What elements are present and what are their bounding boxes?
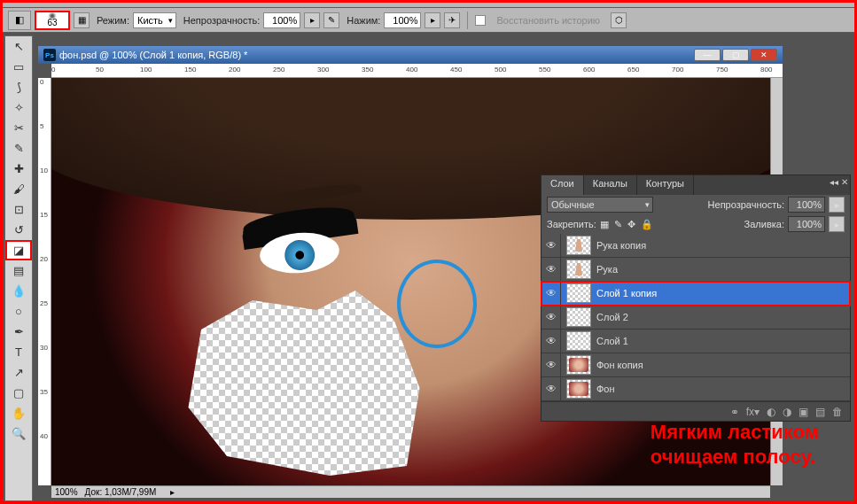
layer-thumbnail[interactable] [566,283,591,303]
close-button[interactable]: ✕ [751,49,777,61]
mode-select[interactable]: Кисть [133,12,176,28]
lock-transparent-icon[interactable]: ▦ [600,219,609,230]
pressure-size-icon[interactable]: ⬡ [611,12,627,28]
gradient-tool[interactable]: ▤ [5,260,32,281]
opacity-flyout-icon[interactable]: ▸ [304,12,320,28]
restore-history-checkbox[interactable] [475,15,486,26]
layer-visibility-icon[interactable]: 👁 [541,258,561,281]
layer-visibility-icon[interactable]: 👁 [541,330,561,353]
minimize-button[interactable]: — [694,49,721,61]
layer-row[interactable]: 👁 Слой 2 [541,306,850,330]
ruler-mark: 25 [40,299,48,307]
lock-all-icon[interactable]: 🔒 [641,219,653,230]
marquee-tool[interactable]: ▭ [5,57,32,77]
opacity-input[interactable]: 100% [263,12,300,28]
layer-visibility-icon[interactable]: 👁 [541,377,561,400]
layer-group-icon[interactable]: ▣ [799,406,808,418]
eraser-tool-icon[interactable]: ◧ [8,11,31,30]
move-tool[interactable]: ↖ [5,36,32,57]
layer-opacity-input[interactable]: 100% [788,197,825,213]
ruler-mark: 5 [40,122,43,130]
path-tool[interactable]: ↗ [5,362,32,383]
tab-layers[interactable]: Слои [541,175,584,195]
layer-mask-icon[interactable]: ◐ [767,406,775,418]
ruler-mark: 200 [229,66,240,74]
layer-visibility-icon[interactable]: 👁 [541,306,561,329]
layer-thumbnail[interactable] [566,307,591,327]
layer-row[interactable]: 👁 Рука [541,258,850,282]
layer-name[interactable]: Слой 2 [596,312,850,322]
lock-position-icon[interactable]: ✥ [627,219,635,230]
type-tool[interactable]: T [5,342,32,362]
crop-tool[interactable]: ✂ [5,118,32,138]
panel-collapse-icon[interactable]: ◂◂ ✕ [830,177,848,187]
zoom-tool[interactable]: 🔍 [5,423,32,444]
layer-thumbnail[interactable] [566,379,591,399]
layer-name[interactable]: Фон [596,384,850,394]
eyedropper-tool[interactable]: ✎ [5,138,32,159]
brush-panel-toggle-icon[interactable]: ▦ [74,12,90,28]
airbrush-icon[interactable]: ✈ [444,12,460,28]
lock-pixels-icon[interactable]: ✎ [614,219,622,230]
layer-name[interactable]: Рука [596,264,850,275]
layer-thumbnail[interactable] [566,355,591,375]
wand-tool[interactable]: ✧ [5,97,32,118]
layer-thumbnail[interactable] [566,260,591,279]
layer-row[interactable]: 👁 Слой 1 копия [541,282,850,306]
ruler-mark: 0 [40,78,43,86]
history-brush-tool[interactable]: ↺ [5,220,32,240]
layer-name[interactable]: Рука копия [596,240,850,251]
layer-name[interactable]: Фон копия [596,360,850,370]
hand-tool[interactable]: ✋ [5,403,32,423]
ruler-mark: 35 [40,388,48,396]
layer-row[interactable]: 👁 Рука копия [541,234,850,258]
layer-visibility-icon[interactable]: 👁 [541,353,561,376]
new-layer-icon[interactable]: ▤ [815,406,825,418]
ruler-mark: 600 [583,66,595,74]
layers-panel: ◂◂ ✕ Слои Каналы Контуры Обычные Непрозр… [541,174,851,422]
ruler-mark: 20 [40,255,48,263]
heal-tool[interactable]: ✚ [5,159,32,179]
layer-visibility-icon[interactable]: 👁 [541,282,561,305]
layer-name[interactable]: Слой 1 копия [596,288,850,299]
layer-row[interactable]: 👁 Фон [541,377,850,401]
stamp-tool[interactable]: ⊡ [5,199,32,220]
layer-fx-icon[interactable]: fx▾ [746,406,760,418]
brush-preview[interactable]: 63 [35,11,70,30]
tab-channels[interactable]: Каналы [584,175,637,195]
opacity-slider-icon[interactable]: ▸ [829,197,845,213]
fill-input[interactable]: 100% [788,216,825,232]
layer-name[interactable]: Слой 1 [596,336,850,346]
vertical-ruler[interactable]: 0510152025303540 [38,78,51,485]
ruler-mark: 10 [40,167,48,174]
layer-thumbnail[interactable] [566,236,591,255]
horizontal-ruler[interactable]: 0501001502002503003504004505005506006507… [51,64,783,78]
delete-layer-icon[interactable]: 🗑 [832,406,843,418]
layer-row[interactable]: 👁 Слой 1 [541,330,850,353]
blur-tool[interactable]: 💧 [5,281,32,301]
dodge-tool[interactable]: ○ [5,301,32,322]
ruler-mark: 800 [760,66,772,74]
adjustment-layer-icon[interactable]: ◑ [783,406,791,418]
status-bar[interactable]: 100% Док: 1,03M/7,99M ▸ [51,485,770,498]
lasso-tool[interactable]: ⟆ [5,77,32,97]
flow-input[interactable]: 100% [384,12,421,28]
maximize-button[interactable]: ▢ [722,49,749,61]
eraser-tool[interactable]: ◪ [5,240,32,260]
restore-history-label: Восстановить историю [496,15,600,26]
pressure-opacity-icon[interactable]: ✎ [323,12,339,28]
tab-paths[interactable]: Контуры [637,175,694,195]
shape-tool[interactable]: ▢ [5,383,32,403]
document-titlebar[interactable]: Ps фон.psd @ 100% (Слой 1 копия, RGB/8) … [38,46,783,64]
layer-thumbnail[interactable] [566,331,591,351]
layer-row[interactable]: 👁 Фон копия [541,353,850,377]
link-layers-icon[interactable]: ⚭ [730,406,739,418]
zoom-level[interactable]: 100% [55,487,78,497]
fill-slider-icon[interactable]: ▸ [829,216,845,232]
ruler-mark: 40 [40,432,48,440]
pen-tool[interactable]: ✒ [5,322,32,342]
blend-mode-select[interactable]: Обычные [547,197,653,213]
flow-flyout-icon[interactable]: ▸ [425,12,440,28]
brush-tool[interactable]: 🖌 [5,179,32,199]
layer-visibility-icon[interactable]: 👁 [541,234,561,257]
